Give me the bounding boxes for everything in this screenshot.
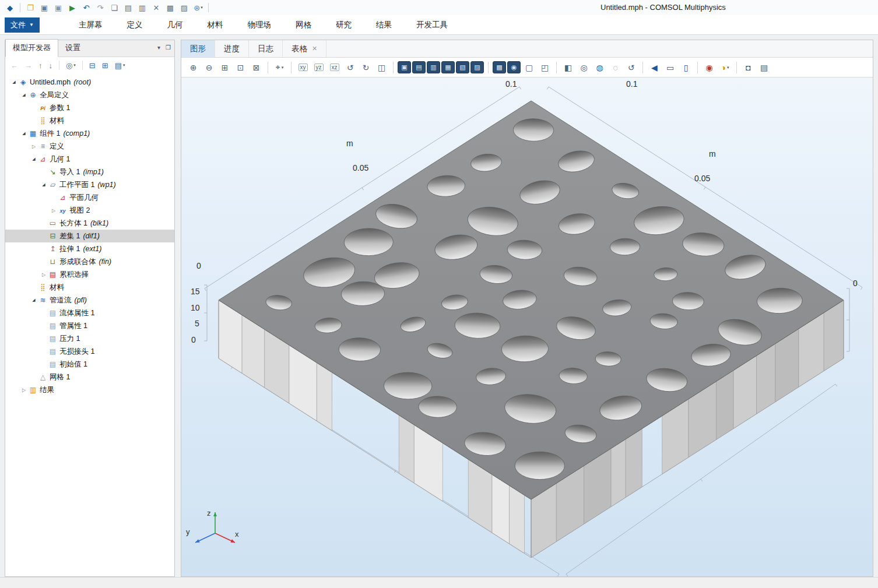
view-yz-button[interactable]: yz bbox=[311, 61, 326, 75]
zoom-extents-qat-button[interactable]: ⊛▾ bbox=[192, 2, 205, 13]
tree-item[interactable]: △网格 1 bbox=[5, 371, 174, 383]
go-to-default-3d-view-button[interactable]: ⌖▾ bbox=[272, 61, 287, 75]
hide-selected-button[interactable]: ◍ bbox=[592, 61, 607, 75]
ribbon-tab-study[interactable]: 研究 bbox=[324, 15, 364, 34]
tree-item[interactable]: ⣿材料 bbox=[5, 281, 174, 294]
graphics-canvas[interactable]: xyz0.10.1m0.05m0.0500151050 bbox=[181, 78, 873, 576]
zoom-extents-button[interactable]: ⊡ bbox=[233, 61, 248, 75]
scene-light-button[interactable]: ▣ bbox=[398, 61, 411, 73]
expand-arrow-icon[interactable]: ◢ bbox=[20, 93, 28, 97]
move-down-button[interactable]: ↓ bbox=[49, 61, 53, 70]
close-icon[interactable]: ✕ bbox=[312, 45, 317, 52]
snapshot-button[interactable]: ◘ bbox=[741, 61, 756, 75]
zoom-out-button[interactable]: ⊖ bbox=[202, 61, 216, 75]
forward-button[interactable]: → bbox=[24, 61, 32, 70]
tree-item[interactable]: ◢◈Untitled.mph(root) bbox=[5, 76, 174, 89]
tree-item[interactable]: ◢▱工作平面 1(wp1) bbox=[5, 178, 174, 191]
ribbon-tab-home[interactable]: 主屏幕 bbox=[66, 15, 115, 34]
rotate-counterclockwise-button[interactable]: ↺ bbox=[343, 61, 357, 75]
ribbon-tab-materials[interactable]: 材料 bbox=[195, 15, 235, 34]
open-button[interactable]: ❐ bbox=[24, 2, 37, 13]
tree-item[interactable]: ⣿材料 bbox=[5, 114, 174, 127]
tree-item[interactable]: ◢▦组件 1(comp1) bbox=[5, 127, 174, 140]
reset-desktop-button[interactable]: ▩ bbox=[164, 2, 177, 13]
projection-button[interactable]: ◫ bbox=[374, 61, 389, 75]
expand-all-button[interactable]: ⊞ bbox=[102, 61, 108, 70]
view-hidden-button[interactable]: ◌ bbox=[608, 61, 623, 75]
tree-item[interactable]: ↘导入 1(imp1) bbox=[5, 166, 174, 178]
export-image-button[interactable]: ▯ bbox=[679, 61, 693, 75]
zoom-box-button[interactable]: ⊞ bbox=[217, 61, 232, 75]
tree-item[interactable]: ◢≋管道流(pfl) bbox=[5, 294, 174, 307]
floor-shadow-button[interactable]: ▦ bbox=[441, 61, 455, 73]
expand-arrow-icon[interactable]: ◢ bbox=[20, 131, 28, 136]
reset-hiding-button[interactable]: ↺ bbox=[624, 61, 638, 75]
redo-button[interactable]: ↷ bbox=[94, 2, 107, 13]
expand-arrow-icon[interactable]: ◢ bbox=[10, 80, 18, 84]
print-button[interactable]: ▤ bbox=[757, 61, 771, 75]
tree-item[interactable]: ⊟差集 1(dif1) bbox=[5, 230, 174, 242]
record-animation-button[interactable]: ◉ bbox=[507, 61, 521, 73]
copy-button[interactable]: ❏ bbox=[108, 2, 121, 13]
windows-button[interactable]: ▨ bbox=[178, 2, 191, 13]
tree-item[interactable]: ▷xy视图 2 bbox=[5, 204, 174, 217]
tab-graphics[interactable]: 图形 bbox=[181, 40, 215, 57]
ribbon-tab-geometry[interactable]: 几何 bbox=[154, 15, 195, 34]
transparency-button[interactable]: ◧ bbox=[561, 61, 575, 75]
plot-windows-button[interactable]: ▭ bbox=[663, 61, 677, 75]
tree-item[interactable]: ▭长方体 1(blk1) bbox=[5, 217, 174, 230]
float-panel-button[interactable]: ❐ bbox=[166, 44, 171, 51]
undo-button[interactable]: ↶ bbox=[80, 2, 93, 13]
tree-item[interactable]: ▤流体属性 1 bbox=[5, 307, 174, 319]
tree-item[interactable]: ▤管属性 1 bbox=[5, 319, 174, 332]
file-menu-button[interactable]: 文件 ▼ bbox=[5, 17, 40, 33]
delete-button[interactable]: ✕ bbox=[150, 2, 163, 13]
expand-arrow-icon[interactable]: ◢ bbox=[30, 157, 38, 161]
zoom-selected-button[interactable]: ⊠ bbox=[249, 61, 264, 75]
run-button[interactable]: ▶ bbox=[66, 2, 79, 13]
collapse-arrow-icon[interactable]: ▷ bbox=[50, 208, 58, 213]
save-as-button[interactable]: ▣ bbox=[52, 2, 65, 13]
tree-item[interactable]: ⊿平面几何 bbox=[5, 191, 174, 204]
tree-item[interactable]: ◢⊕全局定义 bbox=[5, 89, 174, 101]
tree-item[interactable]: ▷≡定义 bbox=[5, 140, 174, 153]
tree-item[interactable]: ◢⊿几何 1 bbox=[5, 153, 174, 166]
select-entities-button[interactable]: ▢ bbox=[522, 61, 536, 75]
rotate-clockwise-button[interactable]: ↻ bbox=[359, 61, 373, 75]
tab-progress[interactable]: 进度 bbox=[215, 40, 249, 57]
hide-grid-button[interactable]: ▨ bbox=[470, 61, 484, 73]
tree-item[interactable]: ▤压力 1 bbox=[5, 332, 174, 345]
expand-arrow-icon[interactable]: ◢ bbox=[30, 298, 38, 302]
duplicate-button[interactable]: ▥ bbox=[136, 2, 149, 13]
show-options-button[interactable]: ◎▾ bbox=[66, 61, 76, 70]
ribbon-tab-results[interactable]: 结果 bbox=[364, 15, 404, 34]
color-theme-button[interactable]: ◉ bbox=[702, 61, 717, 75]
environment-reflection-button[interactable]: ▤ bbox=[412, 61, 426, 73]
tree-item[interactable]: ↥拉伸 1(ext1) bbox=[5, 242, 174, 255]
skybox-button[interactable]: ▥ bbox=[427, 61, 440, 73]
view-xy-button[interactable]: xy bbox=[296, 61, 310, 75]
save-button[interactable]: ▣ bbox=[38, 2, 51, 13]
play-animation-button[interactable]: ◀ bbox=[647, 61, 662, 75]
node-label-display-button[interactable]: ▤▾ bbox=[115, 61, 125, 70]
expand-arrow-icon[interactable]: ◢ bbox=[40, 182, 48, 187]
zoom-in-button[interactable]: ⊕ bbox=[186, 61, 201, 75]
scene-snapshot-button[interactable]: ▩ bbox=[493, 61, 506, 73]
collapse-arrow-icon[interactable]: ▷ bbox=[40, 272, 48, 277]
collapse-arrow-icon[interactable]: ▷ bbox=[20, 388, 28, 393]
tree-item[interactable]: ▷▥结果 bbox=[5, 383, 174, 396]
tab-settings[interactable]: 设置 bbox=[58, 40, 87, 57]
back-button[interactable]: ← bbox=[10, 61, 18, 70]
tab-table[interactable]: 表格✕ bbox=[283, 40, 326, 57]
tree-item[interactable]: ⊔形成联合体(fin) bbox=[5, 255, 174, 268]
paste-button[interactable]: ▤ bbox=[122, 2, 135, 13]
appearance-button[interactable]: ◑▾ bbox=[718, 61, 732, 75]
ribbon-tab-mesh[interactable]: 网格 bbox=[283, 15, 324, 34]
ribbon-tab-developer[interactable]: 开发工具 bbox=[404, 15, 460, 34]
app-menu-button[interactable]: ◆ bbox=[3, 2, 16, 13]
show-grid-button[interactable]: ▧ bbox=[456, 61, 469, 73]
panel-menu-button[interactable]: ▾ bbox=[157, 44, 160, 51]
collapse-arrow-icon[interactable]: ▷ bbox=[30, 144, 38, 149]
tree-item[interactable]: ▷▤累积选择 bbox=[5, 268, 174, 281]
tab-log[interactable]: 日志 bbox=[249, 40, 283, 57]
